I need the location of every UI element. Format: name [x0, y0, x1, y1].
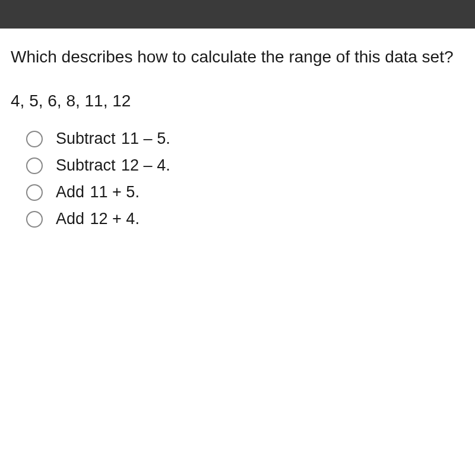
option-expression: 12 – 4.: [121, 156, 170, 174]
option-verb: Subtract: [56, 130, 116, 147]
options-group: Subtract 11 – 5. Subtract 12 – 4. Add 11…: [11, 130, 464, 228]
option-row[interactable]: Add 11 + 5.: [26, 183, 464, 201]
option-expression: 12 + 4.: [90, 210, 140, 228]
option-row[interactable]: Subtract 12 – 4.: [26, 156, 464, 175]
option-verb: Add: [56, 210, 84, 228]
option-label: Add 12 + 4.: [56, 210, 140, 228]
option-expression: 11 + 5.: [90, 183, 140, 201]
option-label: Subtract 12 – 4.: [56, 156, 170, 175]
radio-button[interactable]: [26, 131, 43, 147]
data-set: 4, 5, 6, 8, 11, 12: [11, 92, 464, 111]
option-label: Subtract 11 – 5.: [56, 130, 170, 148]
option-verb: Add: [56, 183, 84, 201]
radio-button[interactable]: [26, 157, 43, 174]
radio-button[interactable]: [26, 211, 43, 228]
radio-button[interactable]: [26, 184, 43, 201]
option-row[interactable]: Subtract 11 – 5.: [26, 130, 464, 148]
option-verb: Subtract: [56, 156, 116, 174]
option-row[interactable]: Add 12 + 4.: [26, 210, 464, 228]
question-content: Which describes how to calculate the ran…: [0, 29, 475, 228]
question-prompt: Which describes how to calculate the ran…: [11, 46, 464, 68]
header-bar: [0, 0, 475, 29]
option-expression: 11 – 5.: [121, 130, 170, 147]
option-label: Add 11 + 5.: [56, 183, 140, 201]
